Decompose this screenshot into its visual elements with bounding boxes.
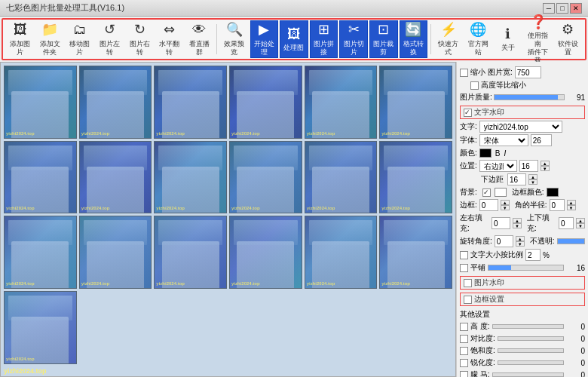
start-process-button[interactable]: ▶ 开始处理 — [250, 20, 279, 58]
border-input[interactable] — [479, 199, 498, 211]
lr-spin-up[interactable]: ▲ — [513, 218, 522, 223]
spin-up2[interactable]: ▲ — [528, 174, 537, 179]
effect-preview-button[interactable]: 🔍 效果预览 — [220, 20, 249, 58]
spin-up[interactable]: ▲ — [541, 161, 550, 166]
brightness-label: 高 度: — [470, 321, 490, 332]
brightness-checkbox[interactable] — [460, 323, 468, 331]
settings-button[interactable]: ⚙ 软件设置 — [553, 20, 582, 58]
image-panel: yizhi2024.top yizhi2024.top yizhi2024.to… — [0, 62, 456, 377]
img-width-input[interactable] — [515, 66, 541, 78]
tb-spin-up[interactable]: ▲ — [576, 218, 585, 223]
thumbnail-4[interactable]: yizhi2024.top — [305, 66, 378, 139]
corner-spin-down[interactable]: ▼ — [567, 205, 576, 210]
thumbnail-10[interactable]: yizhi2024.top — [305, 141, 378, 214]
thumbnail-9[interactable]: yizhi2024.top — [229, 141, 302, 214]
thumbnail-12[interactable]: yizhi2024.top — [4, 216, 77, 289]
contrast-val: 0 — [566, 335, 585, 343]
brightness-slider[interactable] — [492, 324, 564, 329]
view-live-button[interactable]: 👁 看直播群 — [185, 20, 214, 58]
thumbnail-14[interactable]: yizhi2024.top — [154, 216, 227, 289]
corner-input[interactable] — [550, 199, 565, 211]
thumbnail-17[interactable]: yizhi2024.top — [379, 216, 452, 289]
position-right-input[interactable] — [519, 160, 538, 172]
equal-ratio-checkbox[interactable] — [470, 81, 479, 90]
contrast-checkbox[interactable] — [460, 335, 468, 343]
close-button[interactable]: ✕ — [570, 3, 582, 14]
thumbnail-7[interactable]: yizhi2024.top — [79, 141, 152, 214]
thumbnail-8[interactable]: yizhi2024.top — [154, 141, 227, 214]
tile-slider[interactable] — [488, 265, 564, 271]
thumbnail-11[interactable]: yizhi2024.top — [379, 141, 452, 214]
thumbnail-16[interactable]: yizhi2024.top — [305, 216, 378, 289]
spin-down[interactable]: ▼ — [541, 166, 550, 171]
sharpness-slider[interactable] — [498, 360, 564, 365]
rotate-spin-up[interactable]: ▲ — [516, 236, 525, 241]
italic-button[interactable]: I — [504, 149, 506, 158]
flip-horizontal-button[interactable]: ⇔ 水平翻转 — [155, 20, 184, 58]
thumbnail-5[interactable]: yizhi2024.top — [379, 66, 452, 139]
image-watermark-checkbox[interactable] — [464, 279, 472, 287]
saturation-slider[interactable] — [498, 348, 564, 353]
add-image-button[interactable]: 🖼 添加图片 — [6, 20, 35, 58]
rotate-spin-down[interactable]: ▼ — [516, 241, 525, 247]
thumbnail-18[interactable]: yizhi2024.top — [4, 291, 77, 364]
tile-checkbox[interactable] — [460, 264, 468, 272]
tb-fill-input[interactable] — [559, 217, 574, 229]
quick-mode-button[interactable]: ⚡ 快速方式 — [434, 20, 463, 58]
process-image-button[interactable]: 🖼 处理图 — [280, 20, 308, 58]
cut-img-button[interactable]: ✂ 图片切片 — [339, 20, 368, 58]
blur-checkbox[interactable] — [460, 371, 468, 378]
contrast-slider[interactable] — [498, 336, 564, 341]
font-select[interactable]: 宋体 — [479, 134, 528, 146]
img-concat-button[interactable]: ⊞ 图片拼接 — [310, 20, 338, 58]
saturation-checkbox[interactable] — [460, 347, 468, 355]
thumbnail-3[interactable]: yizhi2024.top — [229, 66, 302, 139]
quality-slider[interactable] — [494, 94, 565, 100]
bg-color-picker[interactable] — [495, 188, 507, 197]
maximize-button[interactable]: □ — [556, 3, 568, 14]
text-watermark-checkbox[interactable] — [464, 109, 472, 117]
position-bottom-input[interactable] — [507, 173, 526, 185]
font-size-input[interactable] — [531, 134, 552, 146]
lr-spin-down[interactable]: ▼ — [513, 223, 522, 228]
color-picker[interactable] — [479, 149, 492, 158]
move-image-button[interactable]: 🗂 移动图片 — [66, 20, 94, 58]
saturation-val: 0 — [566, 347, 585, 355]
rotate-right-button[interactable]: ↻ 图片右转 — [125, 20, 154, 58]
opacity-slider[interactable] — [557, 238, 585, 244]
thumbnail-15[interactable]: yizhi2024.top — [229, 216, 302, 289]
font-ratio-checkbox[interactable] — [460, 251, 468, 259]
bg-checkbox[interactable] — [482, 188, 491, 197]
shrink-checkbox[interactable] — [460, 69, 468, 77]
position-right-spin: ▲ ▼ — [541, 161, 550, 171]
border-spin-down[interactable]: ▼ — [501, 205, 510, 210]
rotate-left-button[interactable]: ↺ 图片左转 — [96, 20, 124, 58]
thumbnail-2[interactable]: yizhi2024.top — [154, 66, 227, 139]
official-site-button[interactable]: 🌐 官方网站 — [464, 20, 493, 58]
border-spin-up[interactable]: ▲ — [501, 200, 510, 205]
thumbnail-1[interactable]: yizhi2024.top — [79, 66, 152, 139]
blur-slider[interactable] — [492, 372, 564, 377]
bold-button[interactable]: B — [495, 149, 501, 158]
position-select[interactable]: 右边距 — [479, 160, 517, 172]
about-button[interactable]: ℹ 关于 — [494, 20, 522, 58]
corner-spin-up[interactable]: ▲ — [567, 200, 576, 205]
rotate-input[interactable] — [495, 235, 513, 247]
thumbnail-6[interactable]: yizhi2024.top — [4, 141, 77, 214]
help-button[interactable]: ❓ 使用指南插件下载 — [524, 20, 553, 58]
border-settings-checkbox[interactable] — [464, 296, 472, 304]
thumbnail-0[interactable]: yizhi2024.top — [4, 66, 77, 139]
tb-spin-down[interactable]: ▼ — [576, 223, 585, 228]
thumbnail-13[interactable]: yizhi2024.top — [79, 216, 152, 289]
lr-fill-input[interactable] — [492, 217, 510, 229]
add-folder-button[interactable]: 📁 添加文件夹 — [36, 20, 65, 58]
shrink-label: 缩小 — [470, 67, 485, 78]
wm-text-select[interactable]: yizhi2024.top — [479, 121, 562, 133]
font-ratio-input[interactable] — [525, 249, 541, 261]
spin-down2[interactable]: ▼ — [528, 179, 537, 185]
border-color-picker[interactable] — [547, 188, 559, 197]
format-convert-button[interactable]: 🔄 格式转换 — [400, 20, 428, 58]
minimize-button[interactable]: ─ — [543, 3, 555, 14]
sharpness-checkbox[interactable] — [460, 359, 468, 367]
img-scale-button[interactable]: ⊡ 图片裁剪 — [369, 20, 398, 58]
